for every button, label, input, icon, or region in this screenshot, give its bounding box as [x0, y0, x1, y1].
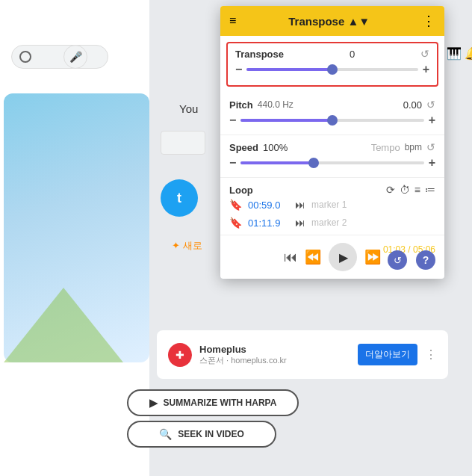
loop-icons: ⟳ ⏱ ≡ ≔	[386, 184, 435, 196]
summarize-icon: ▶	[149, 397, 158, 409]
speed-slider[interactable]	[240, 161, 423, 164]
transpose-slider-fill	[246, 68, 332, 71]
fast-forward-button[interactable]: ⏩	[364, 249, 381, 265]
marker-1-label: marker 1	[311, 200, 435, 210]
speed-label: Speed	[229, 142, 258, 153]
marker-1-bookmark-icon: 🔖	[229, 199, 242, 211]
summarize-button[interactable]: ▶ SUMMARIZE WITH HARPA	[127, 389, 299, 416]
marker-1-time[interactable]: 00:59.0	[248, 200, 289, 211]
pitch-minus-button[interactable]: −	[229, 114, 236, 127]
header-more-icon[interactable]: ⋮	[422, 13, 435, 29]
tempo-value: bpm	[405, 142, 422, 152]
loop-lines-icon[interactable]: ≔	[425, 184, 435, 196]
transpose-minus-button[interactable]: −	[235, 63, 242, 76]
input-box[interactable]	[161, 131, 205, 155]
speed-slider-row: − +	[229, 156, 435, 170]
playback-section: ⏮ ⏪ ▶ ⏩ 01:03 / 05:06 ↺ ?	[220, 235, 444, 279]
ad-more-button[interactable]: 더알아보기	[358, 344, 417, 365]
twitter-icon: t	[177, 191, 181, 206]
marker-row-2: 🔖 01:11.9 ⏭ marker 2	[229, 214, 435, 232]
loop-label: Loop	[229, 185, 253, 196]
pitch-slider[interactable]	[240, 119, 423, 122]
refresh-icon: ↺	[394, 255, 402, 266]
ad-title: Homeplus	[199, 344, 350, 355]
hamburger-icon[interactable]: ≡	[229, 14, 236, 28]
marker-2-bookmark-icon: 🔖	[229, 217, 242, 229]
speed-minus-button[interactable]: −	[229, 156, 236, 170]
speed-slider-thumb[interactable]	[308, 158, 319, 168]
marker-1-skip-icon[interactable]: ⏭	[295, 199, 305, 211]
rewind-button[interactable]: ⏪	[305, 249, 321, 265]
marker-row-1: 🔖 00:59.0 ⏭ marker 1	[229, 196, 435, 214]
loop-eq-icon[interactable]: ≡	[414, 184, 420, 196]
loop-clock-icon[interactable]: ⏱	[400, 184, 410, 196]
popup-title: Transpose ▲▼	[288, 15, 370, 28]
skip-to-start-button[interactable]: ⏮	[284, 250, 297, 265]
speed-label-row: Speed 100% Tempo bpm ↺	[229, 141, 435, 153]
transpose-plus-button[interactable]: +	[423, 63, 429, 76]
pitch-plus-button[interactable]: +	[429, 114, 435, 127]
seek-label: SEEK IN VIDEO	[178, 429, 244, 439]
pitch-label-row: Pitch 440.0 Hz 0.00 ↺	[229, 99, 435, 111]
header-left-icons: ≡	[229, 14, 236, 28]
speed-plus-button[interactable]: +	[429, 156, 435, 170]
loop-header: Loop ⟳ ⏱ ≡ ≔	[229, 184, 435, 196]
summarize-label: SUMMARIZE WITH HARPA	[164, 398, 277, 408]
pitch-freq: 440.0 Hz	[258, 99, 294, 110]
marker-2-skip-icon[interactable]: ⏭	[295, 217, 305, 229]
speed-value: 100%	[263, 142, 288, 153]
bell-icon: 🔔	[465, 46, 472, 61]
speed-reset-icon[interactable]: ↺	[426, 141, 435, 153]
ad-text: Homeplus 스폰서 · homeplus.co.kr	[199, 344, 350, 366]
transpose-slider[interactable]	[246, 68, 417, 71]
mic-button[interactable]: 🎤	[63, 45, 87, 69]
piano-icon: 🎹	[447, 46, 462, 61]
question-icon: ?	[423, 254, 429, 266]
transpose-popup: ≡ Transpose ▲▼ ⋮ Transpose 0 ↺ − + Pitch…	[220, 6, 444, 279]
transpose-section: Transpose 0 ↺ − +	[226, 42, 438, 87]
ad-sub: 스폰서 · homeplus.co.kr	[199, 355, 350, 366]
pitch-slider-row: − +	[229, 114, 435, 127]
speed-slider-fill	[240, 161, 314, 164]
triangle-decoration	[4, 288, 123, 362]
ad-logo: ✚	[168, 343, 192, 367]
speed-section: Speed 100% Tempo bpm ↺ − +	[220, 135, 444, 178]
search-bar[interactable]	[11, 45, 108, 69]
help-button[interactable]: ?	[416, 250, 435, 270]
twitter-button[interactable]: t	[161, 179, 198, 217]
ad-banner: ✚ Homeplus 스폰서 · homeplus.co.kr 더알아보기 ⋮	[157, 330, 448, 379]
popup-header: ≡ Transpose ▲▼ ⋮	[220, 6, 444, 36]
transpose-label-row: Transpose 0 ↺	[235, 48, 429, 60]
marker-2-time[interactable]: 01:11.9	[248, 217, 289, 229]
transpose-reset-icon[interactable]: ↺	[420, 48, 429, 60]
search-icon	[19, 51, 31, 63]
you-label: You	[179, 102, 198, 115]
korean-new-text: ✦ 새로	[172, 239, 202, 253]
pitch-reset-icon[interactable]: ↺	[426, 99, 435, 111]
blue-image-area	[4, 93, 149, 362]
tempo-label: Tempo	[371, 142, 400, 153]
pitch-section: Pitch 440.0 Hz 0.00 ↺ − +	[220, 93, 444, 135]
loop-repeat-icon[interactable]: ⟳	[386, 184, 395, 196]
marker-2-label: marker 2	[311, 217, 435, 228]
pitch-slider-fill	[240, 119, 332, 122]
pitch-label: Pitch	[229, 99, 253, 111]
homeplus-icon: ✚	[176, 349, 184, 361]
seek-icon: 🔍	[159, 428, 172, 440]
refresh-button[interactable]: ↺	[388, 250, 407, 270]
mic-icon: 🎤	[69, 51, 82, 63]
loop-section: Loop ⟳ ⏱ ≡ ≔ 🔖 00:59.0 ⏭ marker 1 🔖 01:1…	[220, 178, 444, 235]
transpose-label: Transpose	[235, 49, 284, 60]
seek-button[interactable]: 🔍 SEEK IN VIDEO	[127, 421, 276, 448]
transpose-value: 0	[350, 49, 355, 60]
transpose-slider-thumb[interactable]	[327, 64, 338, 75]
play-icon: ▶	[339, 250, 348, 265]
transpose-slider-row: − +	[235, 63, 429, 76]
pitch-slider-thumb[interactable]	[327, 115, 338, 126]
play-button[interactable]: ▶	[329, 243, 357, 271]
pitch-value: 0.00	[403, 99, 422, 111]
ad-more-icon: ⋮	[425, 347, 437, 362]
